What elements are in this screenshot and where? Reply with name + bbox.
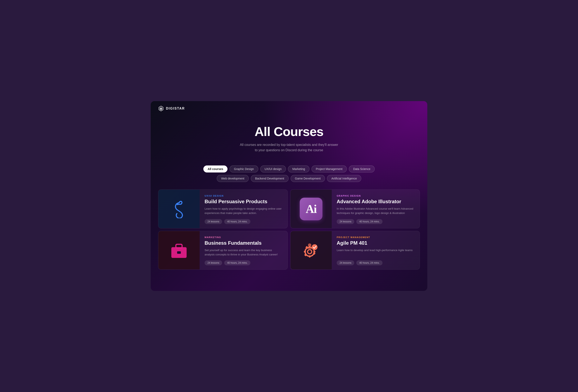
svg-point-15 [308,243,311,247]
briefcase-icon [170,241,188,260]
svg-rect-9 [313,251,315,253]
course-meta-ux: 24 lessons 40 hours, 24 mins. [205,219,283,224]
svg-point-14 [312,244,318,250]
filter-all-courses[interactable]: All courses [203,166,228,173]
svg-point-5 [308,250,312,254]
course-desc-ux: Learn how to apply psychology to design … [205,207,283,216]
filter-ai[interactable]: Artificial Intelligence [327,175,361,182]
svg-rect-7 [309,256,310,258]
course-desc-pm: Learn how to develop and lead high-perfo… [337,248,415,253]
course-image-marketing [158,231,200,270]
brand-name: DIGISTAR [166,107,185,110]
duration-badge-ux: 40 hours, 24 mins. [224,219,250,224]
filter-backend[interactable]: Backend Development [251,175,289,182]
lessons-badge-graphic: 24 lessons [337,219,354,224]
course-desc-graphic: In this Adobe Illustrator Advanced cours… [337,207,415,216]
filter-row-1: All courses Graphic Design UX/UI design … [203,166,375,173]
lessons-badge-marketing: 24 lessons [205,260,222,265]
hero-section: All Courses All courses are recorded by … [151,116,427,166]
lessons-badge-pm: 24 lessons [337,260,354,265]
filter-graphic-design[interactable]: Graphic Design [230,166,258,173]
lessons-badge-ux: 24 lessons [205,219,222,224]
hero-subtitle: All courses are recorded by top-talent s… [240,142,338,153]
course-meta-marketing: 24 lessons 40 hours, 24 mins. [205,260,283,265]
duration-badge-marketing: 40 hours, 24 mins. [224,260,250,265]
course-title-graphic: Advanced Adobe Illustrator [337,199,415,205]
course-image-ux [158,190,200,228]
ai-icon-box: Ai [300,198,322,220]
course-category-graphic: GRAPHIC DESIGN [337,195,415,197]
course-meta-graphic: 24 lessons 40 hours, 24 mins. [337,219,415,224]
navbar: DIGISTAR [151,101,427,116]
course-image-graphic: Ai [290,190,332,228]
course-image-pm [290,231,332,270]
filter-web-dev[interactable]: Web development [217,175,249,182]
course-card-pm[interactable]: PROJECT MANAGEMENT Agile PM 401 Learn ho… [290,231,420,270]
course-content-marketing: MARKETING Business Fundamentals Set your… [200,231,288,270]
app-container: DIGISTAR All Courses All courses are rec… [151,101,427,291]
course-category-marketing: MARKETING [205,236,283,238]
gear-person-icon [302,241,320,260]
course-content-graphic: GRAPHIC DESIGN Advanced Adobe Illustrato… [332,190,420,228]
hook-icon [170,200,188,218]
course-meta-pm: 24 lessons 40 hours, 24 mins. [337,260,415,265]
course-title-ux: Build Persuasive Products [205,199,283,205]
filter-marketing[interactable]: Marketing [288,166,309,173]
filter-game-dev[interactable]: Game Development [291,175,325,182]
course-content-ux: UX/UI DESIGN Build Persuasive Products L… [200,190,288,228]
course-card-marketing[interactable]: MARKETING Business Fundamentals Set your… [158,231,288,270]
svg-rect-8 [304,251,306,253]
ai-icon-text: Ai [306,202,316,216]
svg-rect-3 [177,251,181,254]
logo-icon [158,106,164,111]
course-title-pm: Agile PM 401 [337,240,415,246]
course-category-pm: PROJECT MANAGEMENT [337,236,415,238]
svg-point-0 [177,203,178,205]
course-content-pm: PROJECT MANAGEMENT Agile PM 401 Learn ho… [332,231,420,270]
course-category-ux: UX/UI DESIGN [205,195,283,197]
course-desc-marketing: Set yourself up for success and learn th… [205,248,283,257]
logo[interactable]: DIGISTAR [158,106,185,111]
course-card-graphic[interactable]: Ai GRAPHIC DESIGN Advanced Adobe Illustr… [290,189,420,228]
filter-project-management[interactable]: Project Management [311,166,347,173]
filter-row-2: Web development Backend Development Game… [217,175,361,182]
courses-grid: UX/UI DESIGN Build Persuasive Products L… [151,189,427,277]
duration-badge-graphic: 40 hours, 24 mins. [356,219,383,224]
filter-section: All courses Graphic Design UX/UI design … [151,166,427,182]
course-card-ux[interactable]: UX/UI DESIGN Build Persuasive Products L… [158,189,288,228]
page-title: All Courses [155,124,423,139]
filter-ux-ui[interactable]: UX/UI design [260,166,286,173]
duration-badge-pm: 40 hours, 24 mins. [356,260,383,265]
filter-data-science[interactable]: Data Science [349,166,375,173]
course-title-marketing: Business Fundamentals [205,240,283,246]
